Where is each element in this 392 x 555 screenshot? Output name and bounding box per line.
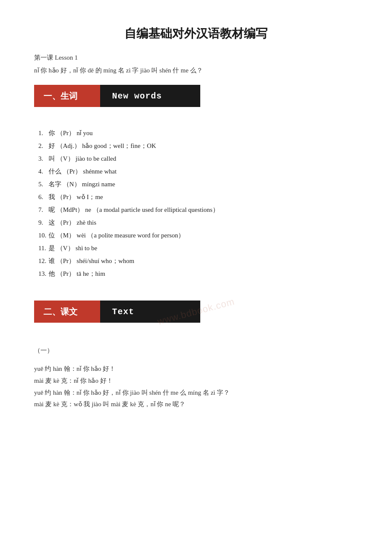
text-section: （一） yuē 约 hàn 翰：nǐ 你 hǎo 好！ mài 麦 kè 克：n…	[34, 347, 358, 410]
dialog-line-1: yuē 约 hàn 翰：nǐ 你 hǎo 好！	[34, 363, 358, 375]
section2-header: 二、课文 Text	[34, 301, 200, 323]
section2-chinese-label: 二、课文	[34, 301, 100, 323]
list-item: 10.位 （M） wèi （a polite measure word for …	[38, 229, 358, 242]
dialog-line-2: mài 麦 kè 克：nǐ 你 hǎo 好！	[34, 375, 358, 387]
section2-area: www.bdbook.com 二、课文 Text	[34, 301, 358, 323]
list-item: 9.这 （Pr） zhè this	[38, 216, 358, 229]
section2-english-label: Text	[100, 301, 200, 323]
dialog-marker: （一）	[34, 347, 358, 355]
section1-english-label: New words	[100, 85, 200, 107]
list-item: 5.名字 （N） míngzi name	[38, 178, 358, 191]
dialog-line-3: yuē 约 hàn 翰：nǐ 你 hǎo 好，nǐ 你 jiào 叫 shén …	[34, 387, 358, 399]
list-item: 12.谁 （Pr） shéi/shuí who；whom	[38, 254, 358, 267]
list-item: 3.叫 （V） jiào to be called	[38, 152, 358, 165]
word-list: 1.你 （Pr） nǐ you 2.好 （Adj.） hǎo good；well…	[34, 127, 358, 280]
lesson-label: 第一课 Lesson 1	[34, 54, 358, 62]
intro-line: nǐ 你 hǎo 好，nǐ 你 dē 的 míng 名 zì 字 jiào 叫 …	[34, 65, 358, 75]
list-item: 13.他 （Pr） tā he；him	[38, 267, 358, 280]
list-item: 7.呢 （MdPt） ne （a modal particle used for…	[38, 203, 358, 216]
list-item: 11.是 （V） shì to be	[38, 242, 358, 254]
list-item: 1.你 （Pr） nǐ you	[38, 127, 358, 139]
section1-header: 一、生词 New words	[34, 85, 200, 107]
page-title: 自编基础对外汉语教材编写	[34, 26, 358, 42]
section1-chinese-label: 一、生词	[34, 85, 100, 107]
dialog-line-4: mài 麦 kè 克：wǒ 我 jiào 叫 mài 麦 kè 克，nǐ 你 n…	[34, 399, 358, 410]
list-item: 6.我 （Pr） wǒ I；me	[38, 191, 358, 203]
list-item: 4.什么 （Pr） shénme what	[38, 165, 358, 178]
list-item: 2.好 （Adj.） hǎo good；well；fine；OK	[38, 139, 358, 152]
